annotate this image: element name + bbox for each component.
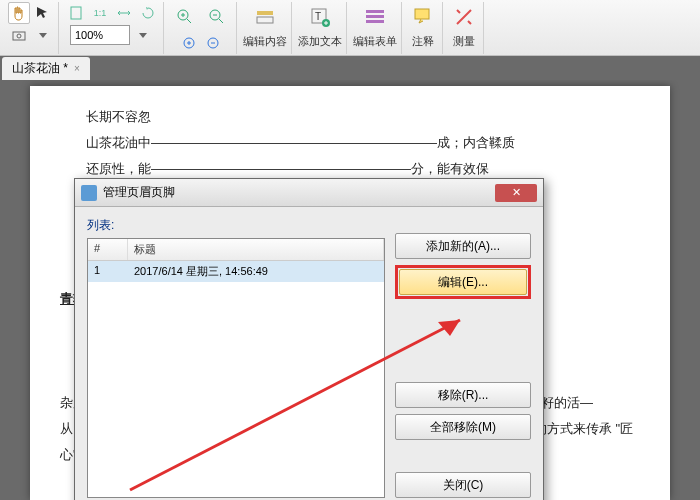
edit-content-group: 编辑内容 [239, 2, 292, 54]
edit-form-button[interactable] [360, 2, 390, 32]
edit-form-label: 编辑表单 [353, 34, 397, 49]
dialog-list-panel: 列表: # 标题 1 2017/6/14 星期三, 14:56:49 [87, 217, 385, 498]
edit-form-group: 编辑表单 [349, 2, 402, 54]
svg-rect-2 [71, 7, 81, 19]
main-toolbar: 1:1 编辑内容 T 添加文本 编辑表单 注释 [0, 0, 700, 56]
row-title: 2017/6/14 星期三, 14:56:49 [128, 261, 384, 282]
svg-rect-12 [366, 10, 384, 13]
svg-rect-0 [13, 32, 25, 40]
hand-select-group [4, 2, 59, 54]
add-text-label: 添加文本 [298, 34, 342, 49]
close-button[interactable]: 关闭(C) [395, 472, 531, 498]
actual-size-button[interactable]: 1:1 [89, 2, 111, 24]
select-tool-button[interactable] [32, 2, 54, 24]
camera-tool-button[interactable] [8, 24, 30, 46]
edit-content-label: 编辑内容 [243, 34, 287, 49]
measure-group: 测量 [445, 2, 484, 54]
add-text-group: T 添加文本 [294, 2, 347, 54]
zoom-dropdown-button[interactable] [132, 24, 154, 46]
add-text-button[interactable]: T [305, 2, 335, 32]
document-tab-strip: 山茶花油 * × [0, 56, 700, 80]
svg-rect-13 [366, 15, 384, 18]
fit-width-button[interactable] [113, 2, 135, 24]
document-viewport: 长期不容忽 山茶花油中——————————————————————成；内含鞣质 … [0, 80, 700, 500]
doc-line: 山茶花油中——————————————————————成；内含鞣质 [60, 130, 640, 156]
col-number: # [88, 239, 128, 260]
document-tab[interactable]: 山茶花油 * × [2, 57, 90, 80]
zoom-in-out-group [166, 2, 237, 54]
zoom-in-small-button[interactable] [178, 32, 200, 54]
document-tab-title: 山茶花油 * [12, 60, 68, 77]
svg-rect-15 [415, 9, 429, 19]
dialog-button-panel: 添加新的(A)... 编辑(E)... 移除(R)... 全部移除(M) 关闭(… [395, 217, 531, 498]
edit-content-button[interactable] [250, 2, 280, 32]
zoom-in-button[interactable] [170, 2, 200, 32]
list-header: # 标题 [88, 239, 384, 261]
zoom-group: 1:1 [61, 2, 164, 54]
remove-button[interactable]: 移除(R)... [395, 382, 531, 408]
doc-line: 长期不容忽 [60, 104, 640, 130]
list-row[interactable]: 1 2017/6/14 星期三, 14:56:49 [88, 261, 384, 282]
dialog-body: 列表: # 标题 1 2017/6/14 星期三, 14:56:49 添加新的(… [75, 207, 543, 500]
svg-rect-8 [257, 17, 273, 23]
svg-text:T: T [315, 11, 321, 22]
rotate-button[interactable] [137, 2, 159, 24]
measure-button[interactable] [449, 2, 479, 32]
add-new-button[interactable]: 添加新的(A)... [395, 233, 531, 259]
col-title: 标题 [128, 239, 384, 260]
svg-rect-14 [366, 20, 384, 23]
header-footer-list[interactable]: # 标题 1 2017/6/14 星期三, 14:56:49 [87, 238, 385, 498]
edit-button[interactable]: 编辑(E)... [399, 269, 527, 295]
row-number: 1 [88, 261, 128, 282]
dialog-titlebar[interactable]: 管理页眉页脚 ✕ [75, 179, 543, 207]
header-footer-dialog: 管理页眉页脚 ✕ 列表: # 标题 1 2017/6/14 星期三, 14:56… [74, 178, 544, 500]
close-tab-icon[interactable]: × [74, 63, 80, 74]
measure-label: 测量 [453, 34, 475, 49]
annotate-label: 注释 [412, 34, 434, 49]
edit-button-highlight: 编辑(E)... [395, 265, 531, 299]
svg-point-1 [17, 34, 21, 38]
annotate-group: 注释 [404, 2, 443, 54]
fit-page-button[interactable] [65, 2, 87, 24]
list-label: 列表: [87, 217, 385, 234]
dropdown-button[interactable] [32, 24, 54, 46]
dialog-icon [81, 185, 97, 201]
dialog-close-button[interactable]: ✕ [495, 184, 537, 202]
zoom-out-button[interactable] [202, 2, 232, 32]
remove-all-button[interactable]: 全部移除(M) [395, 414, 531, 440]
svg-rect-7 [257, 11, 273, 15]
hand-tool-button[interactable] [8, 2, 30, 24]
zoom-out-small-button[interactable] [202, 32, 224, 54]
annotate-button[interactable] [408, 2, 438, 32]
dialog-title-text: 管理页眉页脚 [103, 184, 175, 201]
zoom-input[interactable] [70, 25, 130, 45]
